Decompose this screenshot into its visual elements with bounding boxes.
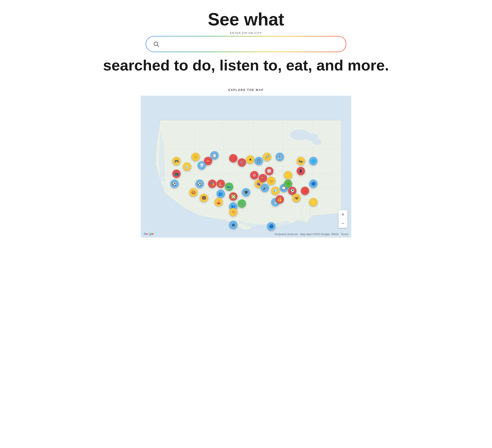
map-pin-30[interactable]: 💎 (271, 187, 280, 195)
map-pin-39[interactable]: 🎾 (263, 153, 271, 161)
svg-point-13 (313, 139, 321, 145)
map-pin-4[interactable]: 🛒 (238, 158, 246, 167)
map-pin-24[interactable]: 🎯 (250, 171, 258, 179)
map-pin-46[interactable]: 🌟 (309, 198, 317, 206)
map-pin-44[interactable]: 🔵 (309, 180, 317, 188)
map-pin-0[interactable]: 🎮 (172, 157, 181, 165)
map-pin-43[interactable]: 🦹 (297, 167, 305, 175)
map-pin-47[interactable]: ⚙ (229, 221, 237, 229)
map-pin-18[interactable]: 👟 (225, 183, 233, 191)
keyboard-shortcuts-link[interactable]: Keyboard shortcuts (275, 233, 298, 236)
map-pin-11[interactable]: 🍪 (189, 188, 198, 196)
map-pin-26[interactable]: 🏃 (259, 174, 267, 182)
map-pin-35[interactable]: 💛 (284, 171, 292, 179)
map-pin-38[interactable]: 🎵 (255, 157, 263, 165)
map-pin-19[interactable]: ❎ (229, 192, 237, 201)
map-pin-13[interactable]: 🎭 (208, 180, 216, 188)
map-pin-48[interactable]: 🔵 (267, 222, 275, 230)
map-pin-12[interactable]: ⚽ (196, 180, 204, 188)
zoom-out-button[interactable]: − (339, 219, 347, 228)
search-label: ENTER ZIP OR CITY (146, 32, 346, 34)
hero-title-bottom: searched to do, listen to, eat, and more… (103, 57, 389, 74)
google-logo: Google (144, 232, 154, 236)
map-pin-32[interactable]: 💰 (276, 195, 284, 204)
map-pin-7[interactable]: 🍵 (183, 162, 191, 171)
map-pin-1[interactable]: 👑 (191, 153, 200, 161)
hero-title-top: See what (208, 10, 284, 29)
map-pin-15[interactable]: 👥 (217, 190, 225, 198)
terms-link[interactable]: Terms (341, 233, 348, 236)
map-pin-14[interactable]: 🐻 (200, 194, 208, 202)
map-pin-3[interactable]: 🚫 (229, 154, 237, 162)
map-pin-22[interactable]: 🚲 (238, 199, 246, 208)
map-pin-40[interactable]: 🏦 (276, 153, 284, 161)
map-container[interactable]: 🎮👑📋🚫🛒☀⛔🍵🦷📺⚽🍪⚽🎭🐻👥⛵🎪👟❎👥🍕🚲🎓🎯🍇🏃🎤🏐😊💎🥤💰💬🌿💛⚽🦋🎵🎾… (141, 96, 351, 238)
search-bar (146, 36, 346, 52)
map-pin-29[interactable]: 😊 (267, 177, 275, 185)
map-pin-8[interactable]: 🦷 (198, 161, 206, 170)
map-data-attribution: Map data ©2023 Google, INEGI (300, 233, 339, 236)
map-pin-42[interactable]: 🌐 (309, 157, 317, 165)
search-wrapper: ENTER ZIP OR CITY (146, 32, 346, 52)
map-controls: + − (339, 210, 347, 228)
map-pin-10[interactable]: ⚽ (170, 180, 179, 188)
search-input[interactable] (163, 41, 339, 47)
map-pin-5[interactable]: ☀ (246, 155, 254, 164)
map-pin-37[interactable]: 🦋 (292, 194, 301, 202)
map-pin-9[interactable]: 📺 (172, 170, 181, 178)
map-pin-28[interactable]: 🏐 (265, 167, 273, 175)
map-pin-21[interactable]: 🍕 (229, 208, 237, 216)
map-pin-41[interactable]: 🐜 (297, 157, 305, 165)
map-pin-27[interactable]: 🎤 (261, 184, 269, 192)
map-pin-17[interactable]: 🎪 (214, 198, 223, 206)
explore-map-label: EXPLORE THE MAP (228, 88, 264, 92)
map-footer-right: Keyboard shortcuts Map data ©2023 Google… (275, 233, 348, 236)
map-pin-2[interactable]: 📋 (210, 151, 219, 160)
map-pin-16[interactable]: ⛵ (217, 180, 225, 188)
zoom-in-button[interactable]: + (339, 210, 347, 219)
map-pin-45[interactable]: 🔴 (301, 187, 309, 195)
search-icon (153, 41, 159, 47)
svg-line-1 (157, 45, 159, 47)
map-pin-23[interactable]: 🎓 (242, 188, 250, 196)
